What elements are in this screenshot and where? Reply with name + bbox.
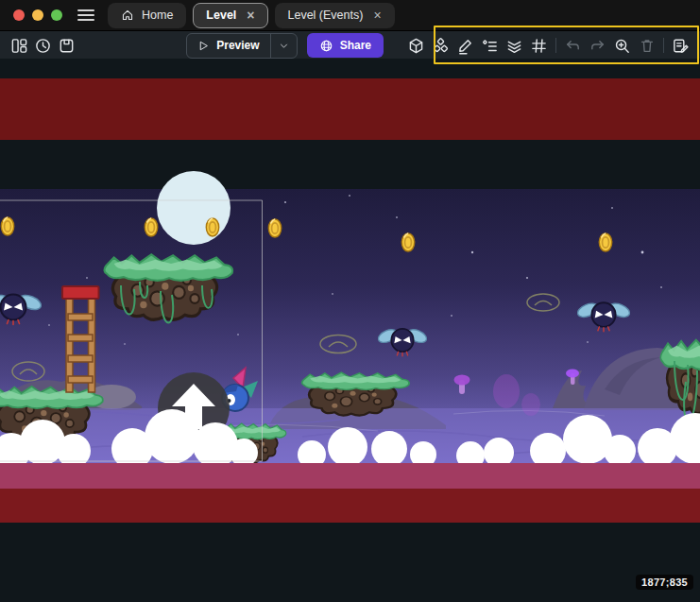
redo-icon	[589, 37, 606, 55]
menu-icon[interactable]	[77, 9, 94, 21]
tab-label: Level	[206, 9, 236, 22]
ground-band-pink[interactable]	[0, 463, 700, 489]
layers-button[interactable]	[503, 34, 526, 58]
toolbar-divider	[663, 38, 664, 53]
delete-button[interactable]	[635, 34, 658, 58]
save-icon	[58, 37, 76, 55]
coin-sprite[interactable]	[268, 219, 281, 237]
toolbar-divider	[555, 38, 556, 53]
minimize-window-button[interactable]	[32, 9, 43, 21]
scene-editor-canvas[interactable]	[0, 59, 700, 602]
tab-label: Home	[142, 9, 173, 22]
preview-button-label: Preview	[216, 39, 259, 52]
globe-icon	[319, 39, 333, 53]
object-groups-icon	[432, 37, 450, 55]
close-window-button[interactable]	[13, 9, 25, 21]
home-icon	[121, 9, 134, 22]
project-manager-button[interactable]	[8, 34, 31, 58]
tab-bar: Home Level × Level (Events) ×	[108, 0, 395, 30]
edit-events-icon	[672, 37, 690, 55]
coin-sprite[interactable]	[206, 218, 218, 236]
preview-button[interactable]: Preview	[187, 34, 269, 58]
tab-label: Level (Events)	[288, 9, 364, 22]
tab-level-events[interactable]: Level (Events) ×	[275, 3, 395, 28]
cube-3d-icon	[407, 37, 425, 55]
zoom-in-icon	[613, 37, 631, 55]
scene-tools-group	[404, 34, 692, 58]
edit-events-button[interactable]	[669, 34, 692, 58]
instances-list-button[interactable]	[478, 34, 502, 58]
undo-icon	[564, 37, 582, 55]
toolbar: Preview Share	[0, 31, 700, 60]
history-clock-icon	[34, 37, 52, 55]
zoom-button[interactable]	[610, 34, 634, 58]
grid-icon	[530, 37, 548, 55]
object-groups-button[interactable]	[429, 34, 452, 58]
chevron-down-icon	[279, 41, 289, 51]
moon-sprite[interactable]	[157, 171, 230, 245]
tab-level[interactable]: Level ×	[193, 3, 267, 28]
close-tab-icon[interactable]: ×	[247, 9, 254, 22]
level-scene[interactable]	[0, 59, 700, 602]
layers-icon	[505, 37, 523, 55]
close-tab-icon[interactable]: ×	[373, 9, 381, 22]
preview-button-group: Preview	[186, 33, 297, 59]
maximize-window-button[interactable]	[51, 9, 62, 21]
redo-button[interactable]	[586, 34, 609, 58]
background-red-band-top[interactable]	[0, 78, 700, 140]
history-button[interactable]	[31, 34, 55, 58]
undo-button[interactable]	[561, 34, 585, 58]
play-icon	[197, 40, 210, 52]
coin-sprite[interactable]	[599, 233, 611, 251]
share-button-label: Share	[340, 39, 371, 52]
coin-sprite[interactable]	[401, 233, 414, 251]
save-button[interactable]	[55, 34, 78, 58]
cursor-coordinates-badge: 1877;835	[636, 575, 693, 590]
ground-band-red[interactable]	[0, 489, 700, 523]
share-button[interactable]: Share	[307, 33, 384, 58]
coin-sprite[interactable]	[1, 217, 13, 235]
title-bar: Home Level × Level (Events) ×	[0, 0, 700, 31]
objects-panel-button[interactable]	[404, 34, 428, 58]
project-manager-icon	[10, 37, 28, 55]
instances-list-icon	[481, 37, 499, 55]
grid-button[interactable]	[527, 34, 551, 58]
edit-properties-button[interactable]	[453, 34, 477, 58]
window-controls	[13, 9, 62, 21]
pen-icon	[456, 37, 474, 55]
trash-icon	[639, 37, 656, 54]
tab-home[interactable]: Home	[108, 3, 186, 28]
preview-options-dropdown[interactable]	[270, 34, 297, 58]
coin-sprite[interactable]	[145, 218, 157, 236]
